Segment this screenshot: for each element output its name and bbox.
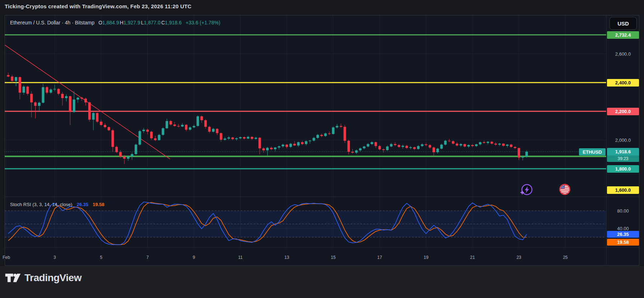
footer-bar: TradingView xyxy=(0,266,644,298)
time-axis-label: 3 xyxy=(47,255,62,260)
time-axis-label: 15 xyxy=(325,255,341,260)
ohlc-item: H1,927.9 xyxy=(120,20,140,25)
time-axis-label: 9 xyxy=(186,255,202,260)
stoch-rsi-title[interactable]: Stoch RSI (3, 3, 14, 14, close) xyxy=(10,202,72,207)
time-axis-label: 5 xyxy=(93,255,109,260)
ohlc-item: O1,884.9 xyxy=(98,20,119,25)
price-scale-label: 2,200.0 xyxy=(607,108,639,115)
ohlc-item: C1,918.6 xyxy=(161,20,182,25)
stoch-value-badge: 26.35 xyxy=(607,231,639,238)
stoch-k-value: 26.35 xyxy=(77,202,88,207)
stoch-scale-tick: 80.00 xyxy=(607,207,639,214)
time-axis-label: 17 xyxy=(372,255,388,260)
current-price-label: 1,918.6 39:23 xyxy=(607,148,639,162)
currency-toggle-button[interactable]: USD xyxy=(610,17,637,30)
time-axis-label: 21 xyxy=(464,255,480,260)
time-axis-label: 23 xyxy=(511,255,527,260)
price-scale-label: 1,600.0 xyxy=(607,186,639,194)
time-axis-label: 7 xyxy=(140,255,156,260)
stoch-d-value: 19.58 xyxy=(93,202,105,207)
ohlc-values: O1,884.9H1,927.9L1,877.0C1,918.6 xyxy=(98,20,182,25)
time-axis-label: 13 xyxy=(279,255,295,260)
tradingview-logo-text: TradingView xyxy=(24,272,82,284)
boost-lightning-icon[interactable] xyxy=(519,183,534,197)
time-axis-label: 11 xyxy=(232,255,248,260)
change-value: +33.6 (+1.78%) xyxy=(186,20,221,25)
tradingview-logo-icon xyxy=(5,271,21,284)
price-scale-label: 1,800.0 xyxy=(607,165,639,173)
ohlc-item: L1,877.0 xyxy=(141,20,161,25)
price-scale-label: 2,600.0 xyxy=(607,50,639,58)
bar-countdown: 39:23 xyxy=(607,155,639,162)
time-axis-label: 19 xyxy=(418,255,434,260)
time-axis-label: Feb xyxy=(0,255,14,260)
price-scale-label: 2,732.4 xyxy=(607,31,639,39)
stoch-value-badge: 19.58 xyxy=(607,239,639,246)
price-scale-label: 2,000.0 xyxy=(607,136,639,144)
price-scale-label: 2,400.0 xyxy=(607,79,639,87)
tradingview-brand[interactable]: TradingView xyxy=(5,271,82,284)
time-axis-label: 25 xyxy=(557,255,573,260)
stoch-rsi-legend[interactable]: Stoch RSI (3, 3, 14, 14, close) 26.35 19… xyxy=(10,202,105,207)
tradingview-snapshot: Ticking-Cryptos created with TradingView… xyxy=(0,0,644,298)
us-flag-icon[interactable] xyxy=(559,183,571,195)
current-price-value: 1,918.6 xyxy=(607,148,639,155)
chart-canvas[interactable] xyxy=(0,0,644,298)
symbol-title[interactable]: Ethereum / U.S. Dollar · 4h · Bitstamp xyxy=(10,20,94,25)
symbol-price-tag: ETHUSD xyxy=(579,148,606,155)
symbol-legend[interactable]: Ethereum / U.S. Dollar · 4h · Bitstamp O… xyxy=(10,20,220,25)
